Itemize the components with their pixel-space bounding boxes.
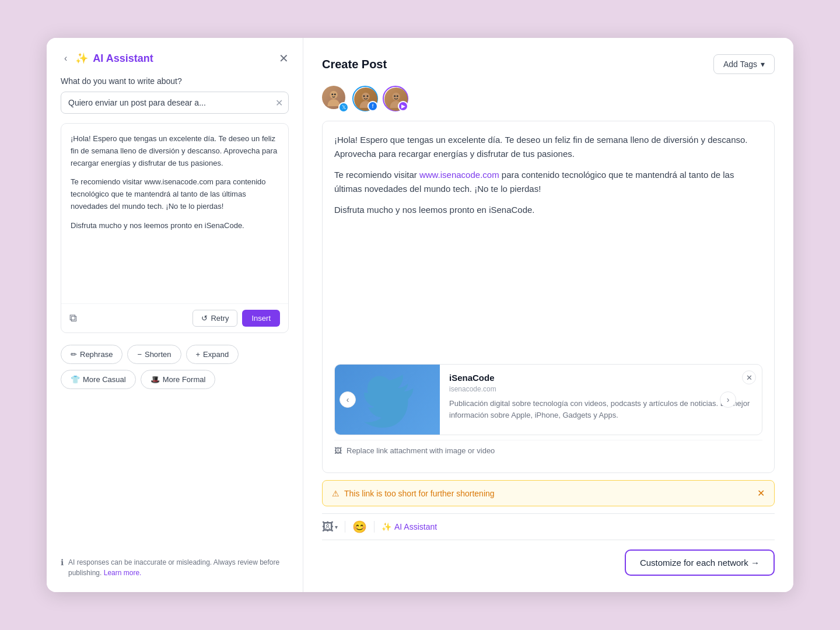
page-title: Create Post xyxy=(322,58,387,71)
svg-point-11 xyxy=(397,95,398,97)
customize-button[interactable]: Customize for each network → xyxy=(625,550,775,576)
main-container: ‹ ✨ AI Assistant ✕ What do you want to w… xyxy=(47,38,793,592)
ai-sparkle-icon: ✨ xyxy=(75,52,88,65)
link-card-url: isenacode.com xyxy=(449,385,752,393)
link-card-info: iSenaCode isenacode.com Publicación digi… xyxy=(440,365,762,435)
image-dropdown-icon: ▾ xyxy=(335,524,338,530)
response-actions: ⧉ ↺ Retry Insert xyxy=(61,303,288,332)
link-card-next-button[interactable]: › xyxy=(720,391,736,408)
panel-header-left: ‹ ✨ AI Assistant xyxy=(61,52,153,65)
shorten-button[interactable]: − Shorten xyxy=(127,345,181,364)
disclaimer-link[interactable]: Learn more. xyxy=(104,569,142,577)
retry-button[interactable]: ↺ Retry xyxy=(192,310,237,327)
copy-button[interactable]: ⧉ xyxy=(69,312,77,324)
post-paragraph-2: Te recomiendo visitar www.isenacode.com … xyxy=(334,168,762,196)
retry-icon: ↺ xyxy=(201,314,208,323)
question-label: What do you want to write about? xyxy=(61,76,289,86)
svg-point-6 xyxy=(363,95,365,97)
svg-point-1 xyxy=(328,99,340,106)
ai-assistant-toolbar-button[interactable]: ✨ AI Assistant xyxy=(382,522,437,531)
action-buttons-row-2: 👕 More Casual 🎩 More Formal xyxy=(61,370,289,389)
add-tags-chevron-icon: ▾ xyxy=(761,60,765,69)
left-panel: ‹ ✨ AI Assistant ✕ What do you want to w… xyxy=(47,38,303,592)
twitter-bird-icon xyxy=(358,370,416,429)
rephrase-icon: ✏ xyxy=(71,350,77,359)
disclaimer: ℹ AI responses can be inaccurate or misl… xyxy=(61,557,289,578)
warning-banner: ⚠ This link is too short for further sho… xyxy=(322,480,775,506)
add-tags-label: Add Tags xyxy=(723,60,757,69)
replace-image-icon: 🖼 xyxy=(334,446,342,455)
account-avatar-twitch[interactable]: ▶ xyxy=(383,86,408,111)
emoji-button[interactable]: 😊 xyxy=(352,520,367,534)
response-paragraph-1: ¡Hola! Espero que tengas un excelente dí… xyxy=(71,133,279,169)
more-formal-button[interactable]: 🎩 More Formal xyxy=(141,370,216,389)
response-right-actions: ↺ Retry Insert xyxy=(192,310,280,327)
expand-button[interactable]: + Expand xyxy=(186,345,239,364)
toolbar-divider-2 xyxy=(374,521,374,533)
ai-assistant-toolbar-label: AI Assistant xyxy=(394,522,437,531)
back-button[interactable]: ‹ xyxy=(61,52,71,65)
toolbar-row: 🖼 ▾ 😊 ✨ AI Assistant xyxy=(322,513,775,540)
more-casual-button[interactable]: 👕 More Casual xyxy=(61,370,136,389)
rephrase-button[interactable]: ✏ Rephrase xyxy=(61,345,123,364)
post-text[interactable]: ¡Hola! Espero que tengas un excelente dí… xyxy=(334,133,762,351)
topic-input-wrapper: ✕ xyxy=(61,92,289,114)
replace-link-label: Replace link attachment with image or vi… xyxy=(346,446,495,455)
image-icon: 🖼 xyxy=(322,520,334,534)
link-card-close-button[interactable]: ✕ xyxy=(742,370,756,384)
link-card-prev-button[interactable]: ‹ xyxy=(340,391,356,408)
ai-response-box: ¡Hola! Espero que tengas un excelente dí… xyxy=(61,123,289,333)
twitch-badge: ▶ xyxy=(398,101,408,111)
right-header: Create Post Add Tags ▾ xyxy=(322,54,775,74)
response-paragraph-2: Te recomiendo visitar www.isenacode.com … xyxy=(71,176,279,212)
link-card: iSenaCode isenacode.com Publicación digi… xyxy=(334,364,762,435)
svg-point-7 xyxy=(367,95,369,97)
insert-button[interactable]: Insert xyxy=(242,310,280,327)
panel-title: AI Assistant xyxy=(93,52,153,65)
warning-icon: ⚠ xyxy=(332,489,340,498)
account-avatar-facebook[interactable]: f xyxy=(352,86,378,111)
add-tags-button[interactable]: Add Tags ▾ xyxy=(713,54,775,74)
image-upload-button[interactable]: 🖼 ▾ xyxy=(322,520,338,534)
facebook-badge: f xyxy=(368,101,378,111)
more-formal-label: More Formal xyxy=(163,375,206,384)
avatars-row: 𝕏 f xyxy=(322,86,775,111)
disclaimer-text: AI responses can be inaccurate or mislea… xyxy=(68,557,289,578)
warning-left: ⚠ This link is too short for further sho… xyxy=(332,489,495,498)
bottom-bar: Customize for each network → xyxy=(322,540,775,576)
disclaimer-icon: ℹ xyxy=(61,558,64,567)
close-button[interactable]: ✕ xyxy=(279,52,289,64)
shorten-label: Shorten xyxy=(145,350,172,359)
more-formal-icon: 🎩 xyxy=(150,375,160,384)
post-link[interactable]: www.isenacode.com xyxy=(419,170,499,180)
warning-close-button[interactable]: ✕ xyxy=(757,488,765,499)
warning-text: This link is too short for further short… xyxy=(344,489,495,498)
post-paragraph-3: Disfruta mucho y nos leemos pronto en iS… xyxy=(334,203,762,217)
post-content-area: ¡Hola! Espero que tengas un excelente dí… xyxy=(322,121,775,473)
toolbar-divider-1 xyxy=(345,521,345,533)
shorten-icon: − xyxy=(137,350,142,359)
svg-point-0 xyxy=(330,91,338,99)
more-casual-icon: 👕 xyxy=(71,375,80,384)
svg-point-10 xyxy=(394,95,396,97)
expand-icon: + xyxy=(196,350,201,359)
topic-input[interactable] xyxy=(61,92,289,114)
link-card-desc: Publicación digital sobre tecnología con… xyxy=(449,398,752,421)
response-paragraph-3: Disfruta mucho y nos leemos pronto en iS… xyxy=(71,220,279,232)
twitter-badge: 𝕏 xyxy=(338,102,349,113)
action-buttons-row-1: ✏ Rephrase − Shorten + Expand xyxy=(61,345,289,364)
account-avatar-twitter[interactable]: 𝕏 xyxy=(322,86,348,111)
retry-label: Retry xyxy=(211,314,229,323)
post-paragraph-1: ¡Hola! Espero que tengas un excelente dí… xyxy=(334,133,762,161)
replace-link-row[interactable]: Replace link attachment with image or vi… xyxy=(334,440,762,461)
expand-label: Expand xyxy=(203,350,229,359)
right-panel: Create Post Add Tags ▾ 𝕏 xyxy=(303,38,793,592)
panel-header: ‹ ✨ AI Assistant ✕ xyxy=(61,52,289,65)
ai-sparkle-toolbar-icon: ✨ xyxy=(382,522,391,531)
svg-point-2 xyxy=(331,93,333,95)
link-card-title: iSenaCode xyxy=(449,373,752,383)
rephrase-label: Rephrase xyxy=(80,350,113,359)
svg-point-3 xyxy=(334,93,336,95)
input-clear-button[interactable]: ✕ xyxy=(275,97,283,108)
ai-response-content: ¡Hola! Espero que tengas un excelente dí… xyxy=(61,124,288,303)
